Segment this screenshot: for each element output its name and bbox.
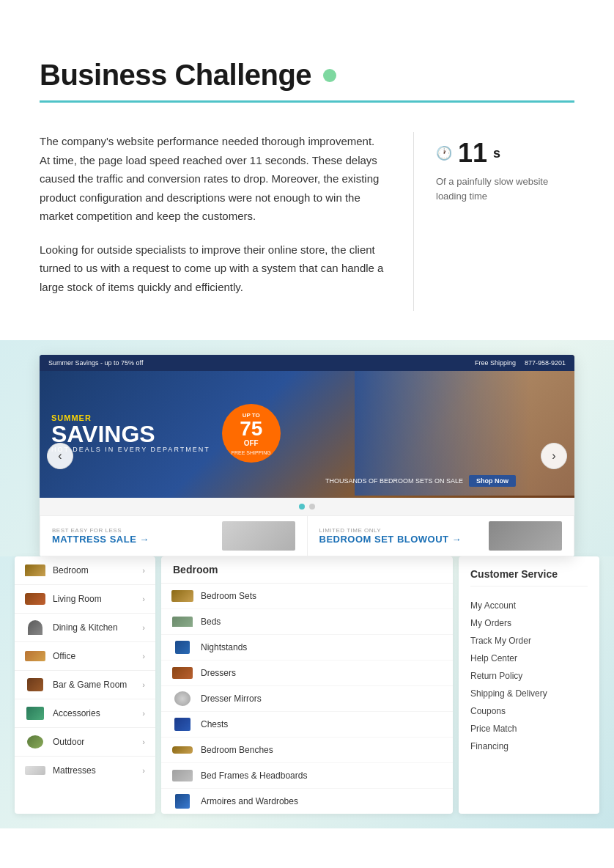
menu-arrow-bedroom: › (142, 566, 145, 575)
submenu-item-chests[interactable]: Chests (161, 712, 453, 738)
submenu-item-bedroom-benches[interactable]: Bedroom Benches (161, 738, 453, 763)
banner-top-right: Free Shipping 877-958-9201 (475, 359, 566, 367)
sub-banner-mattress-content: BEST EASY FOR LESS MATTRESS SALE → (52, 527, 149, 545)
submenu-item-armoires[interactable]: Armoires and Wardrobes (161, 789, 453, 814)
carousel-dots (40, 498, 574, 515)
submenu-item-dressers[interactable]: Dressers (161, 661, 453, 686)
sub-banner-bedroom-label: LIMITED TIME ONLY (319, 527, 462, 534)
submenu-item-beds[interactable]: Beds (161, 609, 453, 635)
menu-item-bar-game[interactable]: Bar & Game Room › (15, 671, 155, 699)
submenu-item-bedroom-sets[interactable]: Bedroom Sets (161, 584, 453, 609)
phone-number-text: 877-958-9201 (525, 359, 566, 367)
challenge-stat: 🕐 11 s Of a painfully slow website loadi… (413, 132, 574, 311)
chests-icon (171, 717, 193, 732)
menu-arrow-living-room: › (142, 595, 145, 603)
customer-service-header: Customer Service (470, 568, 588, 586)
discount-free-shipping: FREE SHIPPING (232, 450, 271, 455)
challenge-text: The company's website performance needed… (40, 132, 384, 311)
armoires-icon (171, 794, 193, 809)
menu-label-dining: Dining & Kitchen (53, 622, 135, 633)
menu-item-bedroom[interactable]: Bedroom › (15, 556, 155, 585)
bed-icon (25, 562, 45, 578)
submenu-label-bedroom-benches: Bedroom Benches (201, 745, 273, 755)
banner-top-bar: Summer Savings - up to 75% off Free Ship… (40, 355, 574, 371)
menu-arrow-outdoor: › (142, 738, 145, 746)
top-spacer (0, 0, 614, 59)
menu-item-office[interactable]: Office › (15, 642, 155, 671)
submenu-label-dresser-mirrors: Dresser Mirrors (201, 694, 262, 704)
business-challenge-section: Business Challenge The company's website… (0, 59, 614, 311)
submenu-label-chests: Chests (201, 719, 228, 729)
right-item-price-match[interactable]: Price Match (470, 720, 588, 738)
banner-tagline: HOT DEALS IN EVERY DEPARTMENT (51, 446, 210, 453)
beds-icon (171, 614, 193, 629)
menu-label-living-room: Living Room (53, 594, 135, 604)
menu-item-living-room[interactable]: Living Room › (15, 585, 155, 614)
sub-banner-mattress-label: BEST EASY FOR LESS (52, 527, 149, 534)
menu-arrow-dining: › (142, 623, 145, 632)
sale-text: Thousands of Bedroom Sets on Sale (325, 477, 463, 485)
submenu-item-nightstands[interactable]: Nightstands (161, 635, 453, 661)
sub-banner-mattress[interactable]: BEST EASY FOR LESS MATTRESS SALE → (40, 515, 307, 556)
left-category-menu: Bedroom › Living Room › Dining & Kitchen… (15, 556, 155, 814)
menu-label-bar-game: Bar & Game Room (53, 680, 135, 690)
stat-number: 11 (458, 138, 487, 169)
right-item-track-order[interactable]: Track My Order (470, 632, 588, 650)
sub-banner-mattress-title: MATTRESS SALE (52, 534, 136, 545)
sofa-icon (25, 591, 45, 607)
accessories-icon (25, 705, 45, 721)
stat-number-row: 🕐 11 s (436, 138, 500, 169)
stat-description: Of a painfully slow website loading time (436, 174, 574, 203)
submenu-label-armoires: Armoires and Wardrobes (201, 796, 298, 806)
dresser-mirrors-icon (171, 691, 193, 706)
banner-top-left: Summer Savings - up to 75% off (48, 359, 143, 367)
discount-off: OFF (244, 439, 259, 447)
stat-unit: s (493, 146, 500, 161)
banner-content: Summer SAVINGS HOT DEALS IN EVERY DEPART… (40, 371, 574, 496)
menu-label-mattresses: Mattresses (53, 765, 135, 776)
right-item-help-center[interactable]: Help Center (470, 650, 588, 667)
challenge-body: The company's website performance needed… (40, 132, 574, 311)
discount-badge: UP TO 75 OFF FREE SHIPPING (222, 404, 281, 463)
menu-label-bedroom: Bedroom (53, 565, 135, 575)
sub-banner-bedroom-title: BEDROOM SET BLOWOUT (319, 534, 449, 545)
submenu-item-bed-frames[interactable]: Bed Frames & Headboards (161, 763, 453, 789)
carousel-dot-2[interactable] (309, 504, 315, 510)
menu-item-dining[interactable]: Dining & Kitchen › (15, 614, 155, 642)
right-item-my-orders[interactable]: My Orders (470, 614, 588, 632)
banner-text-area: Summer SAVINGS HOT DEALS IN EVERY DEPART… (51, 413, 210, 453)
right-item-financing[interactable]: Financing (470, 738, 588, 755)
shop-now-button[interactable]: Shop Now (469, 475, 516, 487)
bedroom-submenu: Bedroom Bedroom Sets Beds Nightstands Dr… (161, 556, 453, 814)
menu-arrow-mattresses: › (142, 766, 145, 775)
challenge-divider (40, 102, 574, 103)
menu-item-mattresses[interactable]: Mattresses › (15, 757, 155, 784)
right-item-my-account[interactable]: My Account (470, 597, 588, 614)
desk-icon (25, 648, 45, 664)
menu-item-accessories[interactable]: Accessories › (15, 699, 155, 728)
discount-percentage: 75 (240, 419, 262, 439)
sub-banner-bedroom[interactable]: LIMITED TIME ONLY BEDROOM SET BLOWOUT → (307, 515, 575, 556)
submenu-label-dressers: Dressers (201, 668, 236, 678)
bedroom-submenu-header: Bedroom (161, 556, 453, 584)
right-item-coupons[interactable]: Coupons (470, 702, 588, 720)
submenu-label-bedroom-sets: Bedroom Sets (201, 591, 256, 601)
carousel-dot-1[interactable] (299, 504, 305, 510)
mattress-icon (25, 762, 45, 779)
challenge-title: Business Challenge (40, 59, 311, 92)
bedroom-benches-icon (171, 743, 193, 757)
menu-arrow-office: › (142, 652, 145, 661)
challenge-paragraph-2: Looking for outside specialists to impro… (40, 240, 384, 297)
menu-label-accessories: Accessories (53, 708, 135, 718)
sub-banner-mattress-image (222, 521, 295, 551)
right-item-shipping-delivery[interactable]: Shipping & Delivery (470, 685, 588, 702)
sub-banner-bedroom-image (489, 521, 562, 551)
carousel-next-button[interactable]: › (541, 443, 567, 469)
menu-item-outdoor[interactable]: Outdoor › (15, 728, 155, 757)
shop-now-area: Thousands of Bedroom Sets on Sale Shop N… (325, 475, 516, 487)
submenu-label-beds: Beds (201, 617, 221, 627)
submenu-item-dresser-mirrors[interactable]: Dresser Mirrors (161, 686, 453, 712)
carousel-prev-button[interactable]: ‹ (47, 443, 73, 469)
bed-frames-icon (171, 768, 193, 783)
right-item-return-policy[interactable]: Return Policy (470, 667, 588, 685)
